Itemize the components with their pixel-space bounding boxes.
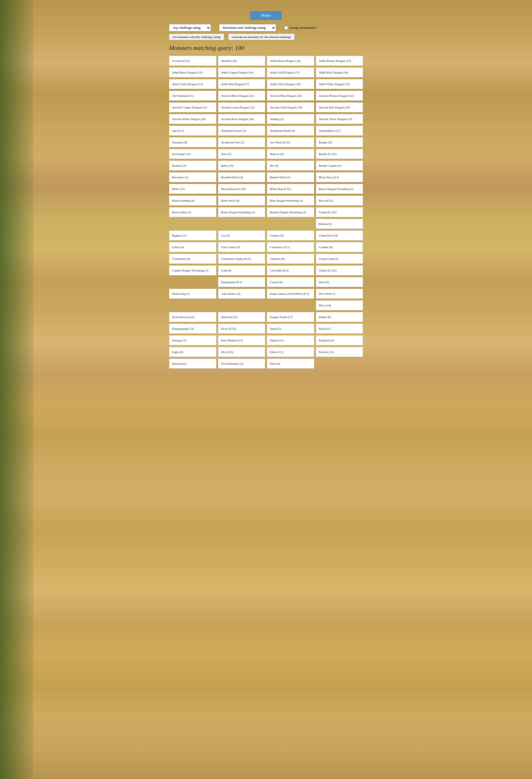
monster-button[interactable]: Druid (2) [267, 324, 314, 334]
monster-button[interactable]: Death Dog (1) [169, 289, 216, 299]
monster-button[interactable]: Centaur (2) [267, 231, 314, 240]
monster-button[interactable]: Ancient Gold Dragon (24) [267, 102, 314, 112]
monster-button[interactable]: Adult Green Dragon (15) [169, 79, 216, 89]
monster-button[interactable]: Chuul (4) [169, 242, 216, 252]
monster-button[interactable]: Dryad (1) [316, 324, 363, 334]
monster-button[interactable]: Ancient Green Dragon (22) [218, 102, 265, 112]
monster-button[interactable]: Adult Blue Dragon (16) [316, 67, 363, 77]
monster-button[interactable]: Dragon Turtle (17) [267, 312, 314, 322]
challenge-rating-select[interactable]: Any challenge rating [169, 24, 211, 31]
monster-button[interactable]: Drow (0.25) [218, 324, 265, 334]
monster-button[interactable]: Deva (10) [316, 300, 363, 310]
monster-button[interactable]: Adult Red Dragon (17) [218, 79, 265, 89]
monster-button[interactable]: Awakened Shrub (0) [267, 126, 314, 136]
monster-button[interactable]: Efreet (11) [267, 347, 314, 357]
monster-button[interactable]: Constrictor Snake (0.25) [218, 254, 265, 264]
monster-button[interactable]: Elephant (4) [316, 335, 363, 345]
monster-button[interactable]: Chain Devil (8) [316, 231, 363, 240]
monster-button[interactable]: Crab (0) [218, 265, 265, 276]
monster-button[interactable]: Air Elemental (5) [169, 91, 216, 101]
monster-button[interactable]: Archmage (12) [169, 149, 216, 159]
monster-button[interactable]: Dire Wolf (1) [316, 289, 363, 299]
monster-button[interactable]: Blue Dragon Wyrmling (3) [267, 195, 314, 205]
monster-button[interactable]: Ancient Silver Dragon (23) [316, 114, 363, 124]
monster-button[interactable]: Doppelganger (3) [169, 324, 216, 334]
monster-button[interactable]: Bandit Captain (2) [316, 161, 363, 171]
monster-button[interactable]: Acolyte (0.25) [169, 56, 216, 66]
monster-button[interactable]: Azer (2) [218, 149, 265, 159]
max-challenge-select[interactable]: Maximum total challenge rating [219, 24, 276, 31]
monster-button[interactable]: Adult Copper Dragon (14) [218, 67, 265, 77]
monster-button[interactable]: Barbed Devil (5) [267, 172, 314, 182]
monster-button[interactable]: Draft Horse (0.25) [169, 312, 216, 322]
monster-button[interactable]: Commoner (0) [169, 254, 216, 264]
monster-button[interactable]: Androsphinx (17) [316, 126, 363, 136]
monster-button[interactable]: Cloud Giant (9) [316, 254, 363, 264]
monster-button[interactable]: Eagle (0) [169, 347, 216, 357]
monster-button[interactable]: Crocodile (0.5) [267, 265, 314, 276]
monster-button[interactable]: Erinyes (12) [316, 347, 363, 357]
monster-button[interactable]: Animated Armor (1) [218, 126, 265, 136]
monster-button[interactable]: Couatl (4) [267, 277, 314, 287]
monster-button[interactable]: Deep Gnome (Svirfneblin) (0.5) [267, 289, 314, 299]
monster-button[interactable]: Ettercap (2) [169, 359, 216, 369]
monster-button[interactable]: Blink Dog (0.25) [267, 184, 314, 194]
monster-button[interactable]: Brass Dragon Wyrmling (1) [218, 207, 265, 217]
monster-button[interactable]: Basilisk (3) [169, 161, 216, 171]
monster-button[interactable]: Ancient Copper Dragon (21) [169, 102, 216, 112]
monster-button[interactable]: Dust Mephit (0.5) [218, 335, 265, 345]
monster-button[interactable]: Brown Bear (1) [169, 207, 216, 217]
monster-button[interactable]: Bandit (0.125) [316, 149, 363, 159]
monster-button[interactable]: Ancient Blue Dragon (23) [267, 91, 314, 101]
get-monsters-button[interactable]: Get monsters with this challenge rating [169, 34, 224, 40]
monster-button[interactable]: Adult Bronze Dragon (15) [316, 56, 363, 66]
monster-button[interactable]: Darkmantle (0.5) [218, 277, 265, 287]
monster-button[interactable]: Copper Dragon Wyrmling (1) [169, 265, 216, 276]
monster-button[interactable]: Ancient Brass Dragon (20) [218, 114, 265, 124]
monster-button[interactable]: Bugbear (1) [169, 231, 216, 240]
monster-button[interactable]: Dreich (0.25) [218, 312, 265, 322]
monster-button[interactable]: Cloaker (8) [316, 242, 363, 252]
monster-button[interactable]: Ancient Bronze Dragon (22) [316, 91, 363, 101]
monster-button[interactable]: Djinni (11) [267, 335, 314, 345]
monster-button[interactable]: Cat (0) [218, 231, 265, 240]
monster-button[interactable]: Boar (0.25) [316, 195, 363, 205]
monster-button[interactable]: Assassin (8) [169, 137, 216, 147]
monster-button[interactable]: Behir (11) [169, 184, 216, 194]
monster-button[interactable]: Bone Devil (9) [218, 195, 265, 205]
monster-button[interactable]: Elk (0.25) [218, 347, 265, 357]
monster-button[interactable]: Ancient Red Dragon (24) [316, 102, 363, 112]
monster-button[interactable]: Adult Gold Dragon (17) [267, 67, 314, 77]
monster-button[interactable]: Chimera (6) [267, 254, 314, 264]
generate-encounter-button[interactable]: Generate an encounter for the selected c… [228, 34, 295, 40]
monster-button[interactable]: Ancient Black Dragon (21) [218, 91, 265, 101]
monster-button[interactable]: Adult Brass Dragon (13) [169, 67, 216, 77]
home-button[interactable]: Home [250, 11, 282, 20]
monster-button[interactable]: Black Dragon Wyrmling (2) [316, 184, 363, 194]
monster-button[interactable]: Clay Golem (9) [218, 242, 265, 252]
monster-button[interactable]: Black Bear (0.5) [316, 172, 363, 182]
group-encounters-checkbox[interactable] [284, 26, 288, 30]
monster-button[interactable]: Camel (0.125) [316, 207, 363, 217]
monster-button[interactable]: Bearded Devil (3) [218, 172, 265, 182]
monster-button[interactable]: Awakened Tree (2) [218, 137, 265, 147]
monster-button[interactable]: Adult Black Dragon (14) [267, 56, 314, 66]
monster-button[interactable]: Fire Elemental (5) [218, 359, 265, 369]
monster-button[interactable]: Balor (19) [218, 161, 265, 171]
monster-button[interactable]: Adult Silver Dragon (16) [267, 79, 314, 89]
monster-button[interactable]: Berserker (2) [169, 172, 216, 182]
monster-button[interactable]: Ape (0.5) [169, 126, 216, 136]
monster-button[interactable]: Black Pudding (4) [169, 195, 216, 205]
monster-button[interactable]: Bat (0) [267, 161, 314, 171]
monster-button[interactable]: Baboon (0) [267, 149, 314, 159]
monster-button[interactable]: Ancient White Dragon (20) [169, 114, 216, 124]
monster-button[interactable]: Cockatrice (0.5) [267, 242, 314, 252]
monster-button[interactable]: Bronze Dragon Wyrmling (2) [267, 207, 314, 217]
monster-button[interactable]: Ettin (4) [267, 359, 314, 369]
monster-button[interactable]: Cultist (0.125) [316, 265, 363, 276]
monster-button[interactable]: Drider (6) [316, 312, 363, 322]
monster-button[interactable]: Ankheg (2) [267, 114, 314, 124]
monster-button[interactable]: Cult Fanatic (2) [218, 289, 265, 299]
monster-button[interactable]: Badger (0) [316, 137, 363, 147]
monster-button[interactable]: Axe Beak (0.25) [267, 137, 314, 147]
